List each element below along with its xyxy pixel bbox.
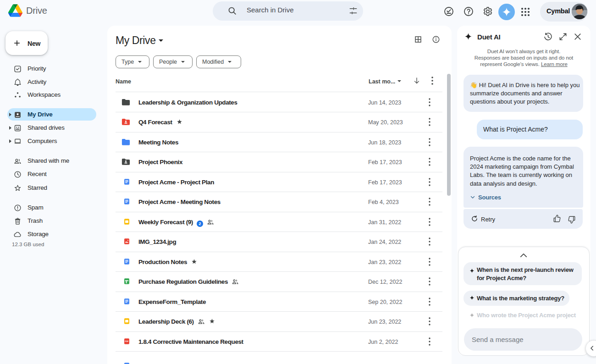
svg-text:PDF: PDF (125, 340, 129, 342)
